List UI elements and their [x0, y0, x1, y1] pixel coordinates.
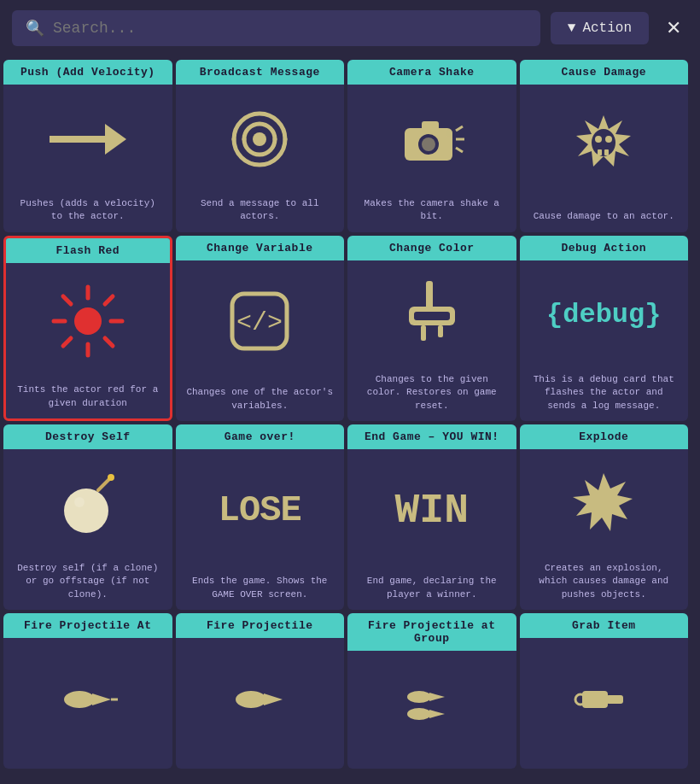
svg-point-40 [236, 691, 266, 708]
card-camera-shake[interactable]: Camera Shake Makes the camera shake a bi… [347, 60, 516, 232]
card-icon-area [176, 85, 345, 194]
svg-text:</>: </> [236, 308, 283, 337]
card-debug-action[interactable]: Debug Action {debug} This is a debug car… [520, 236, 689, 421]
card-icon-area [347, 260, 516, 370]
paint-icon [402, 281, 462, 349]
svg-point-14 [605, 136, 612, 143]
svg-marker-36 [573, 473, 633, 531]
broadcast-icon [225, 105, 294, 173]
win-text-icon: WIN [395, 488, 469, 534]
card-icon-area: LOSE [176, 449, 345, 571]
arrow-icon [50, 122, 126, 156]
svg-point-33 [64, 489, 108, 533]
svg-rect-16 [604, 149, 609, 155]
card-desc: Send a message to all actors. [176, 194, 345, 224]
svg-point-42 [407, 691, 431, 703]
svg-point-34 [108, 474, 114, 481]
card-end-game-win[interactable]: End Game – YOU WIN! WIN End game, declar… [347, 424, 516, 610]
card-desc: This is a debug card that flashes the ac… [520, 370, 689, 412]
card-desc: Pushes (adds a velocity) to the actor. [3, 194, 172, 224]
card-icon-area [6, 263, 170, 380]
search-icon: 🔍 [26, 19, 44, 38]
svg-line-23 [105, 338, 113, 346]
svg-rect-4 [422, 121, 439, 132]
svg-rect-0 [50, 136, 109, 143]
card-icon-area [3, 449, 172, 559]
svg-line-25 [63, 338, 71, 346]
explode-icon [569, 470, 638, 538]
card-icon-area: </> [176, 260, 345, 383]
card-fire-projectile-at[interactable]: Fire Projectile At [3, 613, 172, 769]
svg-point-7 [446, 130, 452, 137]
card-title: Broadcast Message [176, 60, 345, 85]
card-title: Debug Action [520, 236, 689, 260]
svg-point-44 [407, 708, 431, 720]
card-title: Fire Projectile [176, 613, 345, 638]
card-broadcast-message[interactable]: Broadcast Message Send a message to all … [176, 60, 345, 232]
card-fire-projectile[interactable]: Fire Projectile [176, 613, 345, 769]
card-grab-item[interactable]: Grab Item [520, 613, 689, 769]
filter-label: Action [582, 20, 632, 36]
svg-rect-32 [438, 325, 443, 337]
svg-rect-30 [414, 312, 450, 320]
card-game-over[interactable]: Game over! LOSE Ends the game. Shows the… [176, 424, 345, 610]
card-flash-red[interactable]: Flash Red Tints the actor red for a give… [3, 236, 172, 421]
card-title: End Game – YOU WIN! [347, 424, 516, 449]
lose-text-icon: LOSE [219, 490, 301, 531]
card-fire-projectile-group[interactable]: Fire Projectile at Group [347, 613, 516, 769]
camera-icon [398, 109, 466, 169]
card-icon-area [3, 638, 172, 760]
card-icon-area [176, 638, 345, 760]
card-title: Destroy Self [3, 424, 172, 449]
bomb-icon [54, 470, 122, 538]
card-change-color[interactable]: Change Color Changes to the given color.… [347, 236, 516, 421]
card-push-add-velocity[interactable]: Push (Add Velocity) Pushes (adds a veloc… [3, 60, 172, 232]
card-title: Camera Shake [347, 60, 516, 85]
filter-button[interactable]: ▼ Action [551, 12, 649, 44]
filter-chevron-icon: ▼ [568, 20, 576, 36]
fire-projectile-group-icon [402, 684, 462, 727]
sun-icon [50, 283, 126, 360]
card-destroy-self[interactable]: Destroy Self Destroy self (if a clone) o… [3, 424, 172, 610]
card-desc: Ends the game. Shows the GAME OVER scree… [176, 571, 345, 601]
grab-item-icon [574, 678, 633, 721]
svg-point-2 [253, 132, 266, 146]
card-desc: Creates an explosion, which causes damag… [520, 559, 689, 601]
search-box[interactable]: 🔍 [12, 10, 540, 46]
card-icon-area [3, 85, 172, 194]
svg-marker-1 [105, 124, 126, 155]
svg-point-35 [74, 497, 85, 507]
close-button[interactable]: ✕ [659, 14, 688, 43]
svg-rect-31 [421, 325, 426, 341]
card-title: Fire Projectile At [3, 613, 172, 638]
svg-line-22 [63, 296, 71, 304]
svg-marker-45 [429, 710, 445, 718]
card-title: Change Variable [176, 236, 345, 260]
svg-point-37 [64, 691, 95, 708]
svg-point-13 [595, 136, 602, 143]
card-title: Flash Red [6, 238, 170, 263]
svg-marker-43 [429, 693, 445, 701]
svg-point-12 [592, 129, 615, 156]
card-title: Cause Damage [520, 60, 689, 85]
card-desc: Destroy self (if a clone) or go offstage… [3, 559, 172, 601]
card-cause-damage[interactable]: Cause Damage Cause damage to an actor. [520, 60, 689, 232]
svg-line-10 [456, 148, 463, 152]
fire-projectile-icon [230, 678, 289, 721]
svg-point-6 [422, 137, 435, 151]
svg-line-8 [456, 126, 463, 131]
fire-projectile-at-icon [58, 678, 118, 721]
search-input[interactable] [53, 20, 527, 37]
card-icon-area [520, 85, 689, 207]
svg-rect-15 [598, 149, 602, 155]
card-desc: Changes one of the actor's variables. [176, 383, 345, 412]
skull-icon [569, 112, 638, 180]
svg-rect-28 [426, 281, 433, 311]
card-title: Change Color [347, 236, 516, 260]
svg-line-24 [105, 296, 113, 304]
card-desc: Makes the camera shake a bit. [347, 194, 516, 224]
card-desc: End game, declaring the player a winner. [347, 571, 516, 601]
card-title: Push (Add Velocity) [3, 60, 172, 85]
card-change-variable[interactable]: Change Variable </> Changes one of the a… [176, 236, 345, 421]
card-explode[interactable]: Explode Creates an explosion, which caus… [520, 424, 689, 610]
